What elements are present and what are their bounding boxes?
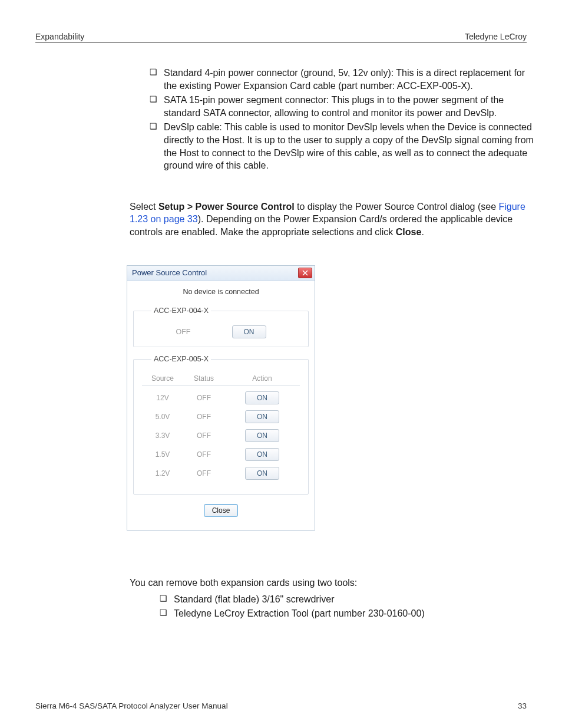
feature-list: Standard 4-pin power connector (ground, …: [130, 67, 536, 172]
list-item: Standard 4-pin power connector (ground, …: [164, 67, 536, 92]
on-button[interactable]: ON: [245, 448, 279, 461]
table-row: 1.2V OFF ON: [142, 467, 300, 480]
on-button[interactable]: ON: [245, 410, 279, 423]
list-item: SATA 15-pin power segment connector: Thi…: [164, 94, 536, 119]
page-number: 33: [518, 701, 527, 710]
header-rule: [35, 42, 527, 43]
cell-source: 5.0V: [142, 412, 183, 421]
no-device-label: No device is connected: [133, 285, 309, 303]
on-button[interactable]: ON: [232, 325, 266, 338]
footer-title: Sierra M6-4 SAS/SATA Protocol Analyzer U…: [35, 701, 228, 710]
list-item: DevSlp cable: This cable is used to moni…: [164, 121, 536, 172]
on-button[interactable]: ON: [245, 467, 279, 480]
dialog-screenshot: Power Source Control No device is connec…: [127, 265, 536, 531]
cell-status: OFF: [183, 450, 224, 459]
text: to display the Power Source Control dial…: [295, 202, 499, 212]
page-footer: Sierra M6-4 SAS/SATA Protocol Analyzer U…: [35, 701, 527, 710]
group004-row: OFF ON: [142, 325, 300, 338]
cell-source: 12V: [142, 393, 183, 403]
text: Select: [130, 202, 158, 212]
cell-status: OFF: [183, 431, 224, 440]
cell-status: OFF: [183, 412, 224, 421]
power-source-control-dialog: Power Source Control No device is connec…: [127, 265, 315, 531]
close-word: Close: [396, 227, 422, 237]
table-row: 1.5V OFF ON: [142, 448, 300, 461]
dialog-footer: Close: [133, 502, 309, 524]
tools-list: Standard (flat blade) 3/16" screwdriver …: [130, 593, 536, 620]
status-label: OFF: [176, 327, 191, 337]
header-section: Expandability: [35, 32, 84, 41]
on-button[interactable]: ON: [245, 391, 279, 404]
page: Expandability Teledyne LeCroy Standard 4…: [0, 0, 562, 728]
cell-source: 1.2V: [142, 469, 183, 478]
col-source: Source: [142, 374, 183, 383]
text: .: [421, 227, 424, 237]
removal-paragraph: You can remove both expansion cards usin…: [130, 577, 536, 589]
dialog-titlebar: Power Source Control: [127, 266, 315, 281]
group-acc-exp-005: ACC-EXP-005-X Source Status Action 12V O…: [133, 354, 309, 495]
cell-status: OFF: [183, 393, 224, 403]
close-button[interactable]: Close: [204, 504, 238, 517]
close-icon[interactable]: [298, 268, 312, 278]
on-button[interactable]: ON: [245, 429, 279, 442]
group-acc-exp-004: ACC-EXP-004-X OFF ON: [133, 306, 309, 347]
col-status: Status: [183, 374, 224, 383]
table-row: 3.3V OFF ON: [142, 429, 300, 442]
cell-status: OFF: [183, 469, 224, 478]
body-content: Standard 4-pin power connector (ground, …: [130, 67, 536, 620]
list-item: Teledyne LeCroy Extraction Tool (part nu…: [174, 607, 536, 620]
list-item: Standard (flat blade) 3/16" screwdriver: [174, 593, 536, 606]
group-legend: ACC-EXP-005-X: [151, 354, 211, 364]
header-brand: Teledyne LeCroy: [465, 32, 527, 41]
cell-source: 1.5V: [142, 450, 183, 459]
table-row: 12V OFF ON: [142, 391, 300, 404]
group-legend: ACC-EXP-004-X: [151, 306, 211, 316]
page-header: Expandability Teledyne LeCroy: [35, 32, 527, 41]
cell-source: 3.3V: [142, 431, 183, 440]
table-header: Source Status Action: [142, 374, 300, 386]
dialog-title: Power Source Control: [132, 268, 207, 278]
menu-path: Setup > Power Source Control: [158, 202, 295, 212]
col-action: Action: [224, 374, 300, 383]
dialog-body: No device is connected ACC-EXP-004-X OFF…: [127, 281, 315, 531]
table-row: 5.0V OFF ON: [142, 410, 300, 423]
instruction-paragraph: Select Setup > Power Source Control to d…: [130, 200, 536, 239]
